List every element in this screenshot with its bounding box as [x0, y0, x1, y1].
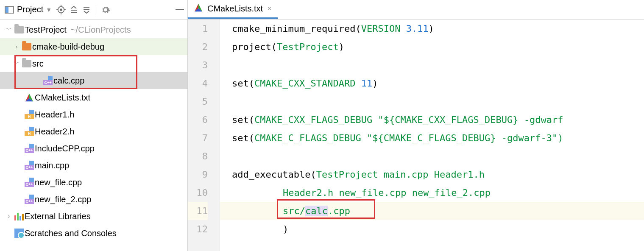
tree-label: main.cpp: [35, 161, 69, 170]
svg-point-1: [60, 9, 62, 11]
gutter-line: 12: [188, 220, 208, 238]
header-file-icon: H: [24, 127, 35, 136]
gutter-line: 8: [188, 147, 208, 165]
tree-label: new_file.cpp: [35, 178, 82, 187]
code-line[interactable]: [220, 92, 644, 111]
expand-all-icon[interactable]: [69, 5, 79, 15]
chevron-down-icon[interactable]: ﹀: [4, 26, 14, 33]
code-line[interactable]: set(CMAKE_C_FLAGS_DEBUG "${CMAKE_C_FLAGS…: [220, 129, 644, 147]
tree-label: External Libraries: [25, 212, 91, 221]
project-view-selector[interactable]: Project ▼: [3, 4, 53, 16]
editor-body[interactable]: 1 2 3 4 5 6 7 8 9 10 11 12 cmake_minimum…: [188, 20, 644, 251]
cpp-file-icon: C++: [42, 76, 53, 85]
tree-item-cmakelists[interactable]: CMakeLists.txt: [0, 89, 187, 106]
gutter-line: 4: [188, 74, 208, 92]
tree-item-includecpp[interactable]: C++ IncludeCPP.cpp: [0, 140, 187, 157]
code-line[interactable]: project(TestProject): [220, 38, 644, 56]
dropdown-arrow-icon: ▼: [46, 6, 52, 13]
tree-item-scratches[interactable]: Scratches and Consoles: [0, 225, 187, 242]
libraries-icon: [14, 212, 25, 220]
gutter-line: 10: [188, 184, 208, 202]
tab-label: CMakeLists.txt: [207, 4, 263, 14]
chevron-right-icon[interactable]: ›: [12, 43, 21, 50]
editor-tabs: CMakeLists.txt ×: [188, 0, 644, 20]
project-window-icon: [4, 5, 14, 15]
tree-item-newfile[interactable]: C++ new_file.cpp: [0, 174, 187, 191]
collapse-all-icon[interactable]: [81, 5, 92, 15]
chevron-right-icon[interactable]: ›: [4, 213, 14, 220]
tree-item-src[interactable]: ﹀ src: [0, 55, 187, 72]
tree-item-newfile2[interactable]: C++ new_file_2.cpp: [0, 191, 187, 208]
code-line[interactable]: [220, 147, 644, 165]
code-line[interactable]: src/calc.cpp: [220, 202, 644, 220]
folder-icon: [21, 60, 32, 67]
tree-item-cmake-build-debug[interactable]: › cmake-build-debug: [0, 38, 187, 55]
tree-item-external-libraries[interactable]: › External Libraries: [0, 208, 187, 225]
code-line[interactable]: set(CMAKE_CXX_STANDARD 11): [220, 74, 644, 92]
chevron-down-icon[interactable]: ﹀: [12, 60, 21, 67]
tree-item-header2[interactable]: H Header2.h: [0, 123, 187, 140]
cmake-file-icon: [194, 3, 203, 14]
folder-icon: [21, 43, 32, 50]
tree-label: IncludeCPP.cpp: [35, 144, 95, 153]
header-file-icon: H: [24, 110, 35, 119]
project-tree[interactable]: ﹀ TestProject ~/CLionProjects › cmake-bu…: [0, 20, 187, 251]
close-icon[interactable]: ×: [267, 4, 272, 13]
project-toolbar: Project ▼: [0, 0, 187, 20]
code-area[interactable]: cmake_minimum_required(VERSION 3.11) pro…: [220, 20, 644, 251]
toolbar-separator: [96, 5, 96, 15]
editor-gutter: 1 2 3 4 5 6 7 8 9 10 11 12: [188, 20, 220, 251]
gutter-line: 6: [188, 111, 208, 129]
tree-label: CMakeLists.txt: [35, 93, 90, 103]
folder-icon: [14, 26, 25, 33]
cpp-file-icon: C++: [24, 195, 35, 204]
locate-icon[interactable]: [56, 5, 66, 15]
code-line[interactable]: add_executable(TestProject main.cpp Head…: [220, 165, 644, 184]
code-line[interactable]: [220, 56, 644, 74]
tree-label: Header1.h: [35, 110, 74, 120]
editor-panel: CMakeLists.txt × 1 2 3 4 5 6 7 8 9 10 11…: [188, 0, 644, 251]
gutter-line: 9: [188, 165, 208, 184]
code-line[interactable]: set(CMAKE_CXX_FLAGS_DEBUG "${CMAKE_CXX_F…: [220, 111, 644, 129]
gear-icon[interactable]: [100, 5, 111, 15]
scratches-icon: [14, 229, 25, 238]
tree-label: src: [32, 59, 44, 69]
tree-label: Header2.h: [35, 127, 74, 137]
code-line[interactable]: ): [220, 220, 644, 238]
tree-item-main[interactable]: C++ main.cpp: [0, 157, 187, 174]
gutter-line: 11: [188, 202, 208, 220]
gutter-line: 3: [188, 56, 208, 74]
cpp-file-icon: C++: [24, 144, 35, 153]
tree-label: Scratches and Consoles: [25, 229, 117, 238]
project-panel: Project ▼ ﹀ T: [0, 0, 188, 251]
tree-root[interactable]: ﹀ TestProject ~/CLionProjects: [0, 21, 187, 38]
gutter-line: 7: [188, 129, 208, 147]
tab-cmakelists[interactable]: CMakeLists.txt ×: [188, 0, 278, 19]
tree-label: new_file_2.cpp: [35, 195, 91, 204]
gutter-line: 1: [188, 20, 208, 38]
cpp-file-icon: C++: [24, 178, 35, 187]
svg-rect-10: [176, 9, 184, 10]
hide-icon[interactable]: [175, 5, 185, 15]
gutter-line: 2: [188, 38, 208, 56]
tree-label: calc.cpp: [53, 76, 84, 86]
tree-label: TestProject: [25, 25, 67, 35]
cmake-file-icon: [24, 93, 35, 102]
code-line[interactable]: Header2.h new_file.cpp new_file_2.cpp: [220, 184, 644, 202]
tree-item-header1[interactable]: H Header1.h: [0, 106, 187, 123]
tree-label: cmake-build-debug: [32, 42, 104, 52]
project-label: Project: [17, 5, 43, 14]
tree-path: ~/CLionProjects: [71, 25, 131, 35]
tree-item-calc-cpp[interactable]: C++ calc.cpp: [0, 72, 187, 89]
cpp-file-icon: C++: [24, 161, 35, 170]
gutter-line: 5: [188, 92, 208, 111]
code-line[interactable]: cmake_minimum_required(VERSION 3.11): [220, 20, 644, 38]
